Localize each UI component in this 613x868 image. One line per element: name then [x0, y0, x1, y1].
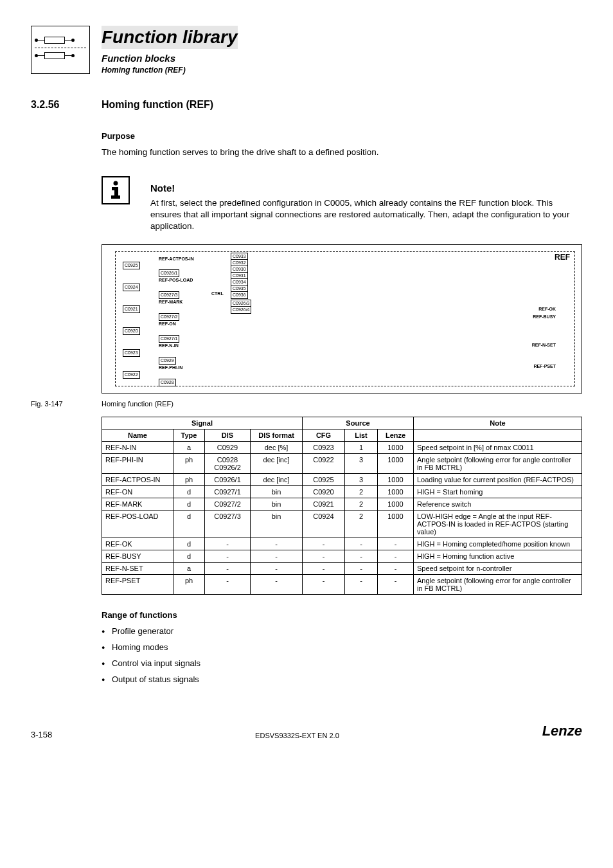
table-cell: 2: [345, 498, 378, 510]
table-cell: Angle setpoint (following error for angl…: [414, 453, 582, 473]
th-name: Name: [102, 429, 173, 441]
table-cell: 3: [345, 453, 378, 473]
diag-in-label: REF-ACTPOS-IN: [159, 257, 194, 261]
th-group-source: Source: [303, 417, 414, 429]
table-row: REF-PSETph-----Angle setpoint (following…: [102, 574, 582, 594]
diag-box: C0927/3: [159, 291, 179, 299]
table-row: REF-POS-LOADdC0927/3binC092421000LOW-HIG…: [102, 510, 582, 538]
th-disformat: DIS format: [251, 429, 303, 441]
table-cell: REF-N-IN: [102, 441, 173, 453]
th-group-signal: Signal: [102, 417, 303, 429]
section-heading: 3.2.56 Homing function (REF): [31, 99, 582, 111]
table-cell: -: [345, 550, 378, 562]
table-cell: Speed setpoint for n-controller: [414, 562, 582, 574]
table-cell: C0923: [303, 441, 345, 453]
table-cell: d: [173, 550, 205, 562]
table-cell: -: [303, 538, 345, 550]
diag-box: C0936: [231, 291, 248, 299]
diag-box: C0920: [123, 327, 140, 335]
list-item: Output of status signals: [102, 674, 582, 684]
table-cell: REF-PSET: [102, 574, 173, 594]
table-cell: Speed setpoint in [%] of nmax C0011: [414, 441, 582, 453]
diag-ctrl: CTRL: [211, 291, 224, 296]
header-subtitle1: Function blocks: [102, 53, 238, 64]
table-cell: 1000: [378, 485, 414, 498]
table-row: REF-BUSYd-----HIGH = Homing function act…: [102, 550, 582, 562]
th-group-note: Note: [414, 417, 582, 429]
table-cell: Reference switch: [414, 498, 582, 510]
table-cell: d: [173, 510, 205, 538]
table-cell: bin: [251, 485, 303, 498]
footer-brand: Lenze: [542, 723, 582, 739]
table-cell: -: [303, 574, 345, 594]
diag-box: C0923: [123, 349, 140, 357]
diag-box: C0921: [123, 305, 140, 313]
table-cell: HIGH = Homing completed/home position kn…: [414, 538, 582, 550]
th-type: Type: [173, 429, 205, 441]
table-cell: -: [303, 562, 345, 574]
table-cell: 3: [345, 473, 378, 485]
table-cell: REF-OK: [102, 538, 173, 550]
svg-rect-3: [111, 195, 120, 199]
table-cell: C0920: [303, 485, 345, 498]
table-cell: 1000: [378, 453, 414, 473]
diag-in-label: REF-ON: [159, 321, 176, 326]
table-cell: 1000: [378, 441, 414, 453]
diag-box: C0926/1: [159, 269, 179, 277]
header-title: Function library: [102, 27, 238, 48]
table-row: REF-ACTPOS-INphC0926/1dec [inc]C09253100…: [102, 473, 582, 485]
note-text: At first, select the predefined configur…: [150, 197, 582, 233]
diag-in-label: REF-MARK: [159, 300, 182, 304]
info-icon: [102, 176, 130, 204]
th-cfg: CFG: [303, 429, 345, 441]
table-cell: -: [378, 538, 414, 550]
table-cell: dec [inc]: [251, 453, 303, 473]
diag-box: C0924: [123, 284, 140, 291]
table-cell: -: [205, 574, 251, 594]
diag-out-label: REF-PSET: [533, 364, 556, 368]
table-cell: 1000: [378, 498, 414, 510]
table-cell: -: [251, 574, 303, 594]
table-cell: HIGH = Start homing: [414, 485, 582, 498]
th-note-blank: [414, 429, 582, 441]
table-cell: d: [173, 485, 205, 498]
table-cell: a: [173, 562, 205, 574]
table-cell: REF-N-SET: [102, 562, 173, 574]
range-list: Profile generatorHoming modesControl via…: [102, 626, 582, 684]
table-cell: bin: [251, 498, 303, 510]
table-row: REF-N-INaC0929dec [%]C092311000Speed set…: [102, 441, 582, 453]
diag-box: C0927/2: [159, 313, 179, 321]
table-cell: ph: [173, 574, 205, 594]
diag-box: C0927/1: [159, 335, 179, 343]
table-cell: REF-BUSY: [102, 550, 173, 562]
table-cell: bin: [251, 510, 303, 538]
section-title: Homing function (REF): [102, 99, 213, 111]
figure-number: Fig. 3-147: [31, 400, 102, 408]
header-diagram-icon: [31, 26, 90, 74]
table-cell: REF-MARK: [102, 498, 173, 510]
header-subtitle2: Homing function (REF): [102, 66, 238, 75]
note-title: Note!: [150, 183, 582, 194]
table-cell: C0925: [303, 473, 345, 485]
table-cell: 1: [345, 441, 378, 453]
table-cell: REF-PHI-IN: [102, 453, 173, 473]
diag-box: C0925: [123, 262, 140, 269]
signal-table: Signal Source Note Name Type DIS DIS for…: [102, 417, 582, 595]
page-footer: 3-158 EDSVS9332S-EXT EN 2.0 Lenze: [31, 723, 582, 739]
table-cell: C0928 C0926/2: [205, 453, 251, 473]
table-row: REF-PHI-INphC0928 C0926/2dec [inc]C09223…: [102, 453, 582, 473]
table-cell: -: [378, 574, 414, 594]
table-row: REF-OKd-----HIGH = Homing completed/home…: [102, 538, 582, 550]
table-cell: -: [345, 574, 378, 594]
table-cell: -: [251, 550, 303, 562]
table-cell: C0922: [303, 453, 345, 473]
diag-box: C0928: [159, 379, 176, 386]
svg-point-0: [114, 181, 118, 186]
table-cell: -: [378, 562, 414, 574]
table-cell: C0926/1: [205, 473, 251, 485]
table-cell: -: [251, 562, 303, 574]
table-cell: -: [251, 538, 303, 550]
th-lenze: Lenze: [378, 429, 414, 441]
note-block: Note! At first, select the predefined co…: [102, 176, 582, 233]
table-cell: 2: [345, 510, 378, 538]
